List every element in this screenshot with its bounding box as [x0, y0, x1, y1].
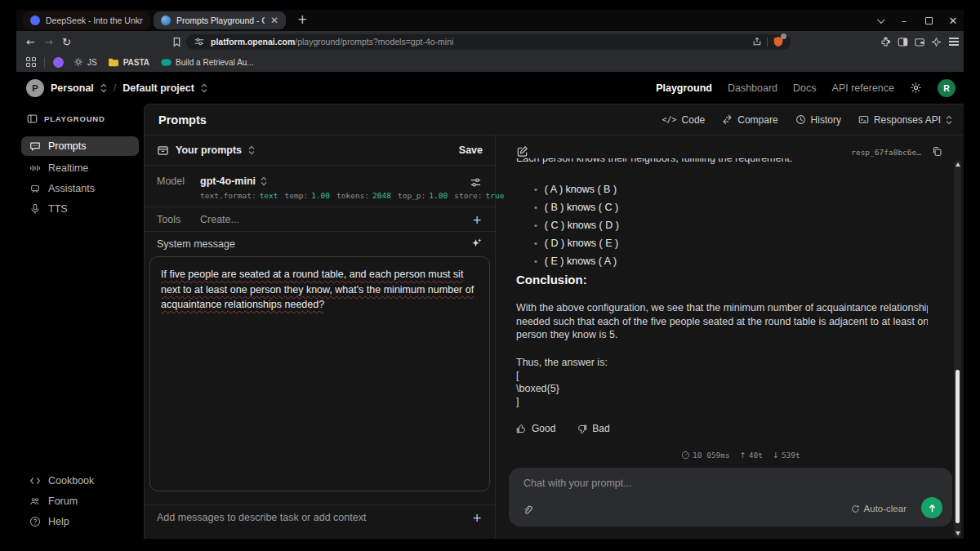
url-bar[interactable]: platform.openai.com/playground/prompts?m…	[186, 34, 791, 50]
responses-api-selector[interactable]: Responses API	[858, 114, 952, 126]
ai-sparkle-icon[interactable]	[931, 31, 942, 52]
nav-playground[interactable]: Playground	[656, 82, 712, 94]
nav-docs[interactable]: Docs	[793, 82, 816, 94]
edit-pencil-icon[interactable]	[516, 145, 528, 158]
window-maximize-button[interactable]	[916, 10, 941, 31]
chevron-updown-icon	[261, 176, 267, 186]
bookmark-purple-icon[interactable]	[53, 57, 64, 68]
answer-line: \boxed{5}	[516, 383, 559, 394]
bookmark-label: PASTA	[123, 58, 149, 67]
add-message-button[interactable]: +	[472, 512, 482, 523]
tools-create-button[interactable]: Create...	[200, 214, 239, 225]
system-message-row: System message	[145, 232, 495, 256]
panel-icon	[27, 113, 38, 124]
bookmark-pasta-folder[interactable]: PASTA	[108, 57, 149, 67]
help-circle-icon	[29, 516, 41, 527]
sidebar-item-tts[interactable]: TTS	[21, 199, 139, 219]
system-message-editor[interactable]: If five people are seated at a round tab…	[149, 256, 490, 491]
user-avatar[interactable]: R	[938, 79, 956, 97]
panel-title-row: Prompts </> Code Compare	[145, 104, 964, 136]
bad-button[interactable]: Bad	[577, 423, 609, 434]
send-button[interactable]	[921, 497, 942, 518]
scrollbar-thumb[interactable]	[956, 370, 960, 523]
chat-input[interactable]	[523, 478, 938, 489]
response-column: resp_67fa8bc6e… Each person knows their …	[497, 136, 964, 539]
nav-api-reference[interactable]: API reference	[832, 82, 894, 94]
sidebar-item-forum[interactable]: Forum	[21, 491, 139, 511]
bookmark-retrieval[interactable]: Build a Retrieval Au...	[161, 58, 254, 67]
sidebar-item-assistants[interactable]: Assistants	[21, 179, 139, 198]
site-settings-icon[interactable]	[194, 37, 204, 47]
retrieval-favicon-icon	[161, 59, 172, 66]
project-selector[interactable]: Default project	[122, 82, 194, 94]
model-selector[interactable]: gpt-4o-mini	[200, 176, 267, 187]
scroll-down-arrow-icon[interactable]	[956, 531, 960, 535]
page-title: Prompts	[145, 113, 207, 127]
chat-box[interactable]: Auto-clear	[509, 468, 952, 527]
forward-button[interactable]: →	[44, 31, 53, 52]
shield-icon[interactable]	[773, 36, 784, 47]
breadcrumb-separator: /	[114, 82, 116, 94]
response-id[interactable]: resp_67fa8bc6e…	[851, 148, 921, 157]
your-prompts-row: Your prompts Save	[145, 136, 495, 166]
copy-icon[interactable]	[932, 146, 942, 157]
history-button[interactable]: History	[795, 114, 841, 126]
scroll-up-arrow-icon[interactable]	[956, 162, 960, 167]
save-button[interactable]: Save	[459, 144, 483, 156]
tab-prompts-playground[interactable]: Prompts Playground - OpenAI ✕	[154, 11, 286, 29]
url-text[interactable]: platform.openai.com/playground/prompts?m…	[211, 37, 453, 47]
model-name: gpt-4o-mini	[200, 176, 256, 187]
sidebar-toggle-icon[interactable]	[898, 31, 908, 52]
model-params[interactable]: text.format:text temp:1.00 tokens:2048 t…	[200, 191, 504, 200]
new-tab-button[interactable]: +	[297, 12, 308, 27]
extensions-puzzle-icon[interactable]	[880, 31, 891, 52]
conclusion-paragraph: With the above configuration, we see tha…	[516, 301, 928, 342]
bookmark-js[interactable]: JS	[74, 57, 97, 67]
tab-close-icon[interactable]: ✕	[270, 16, 278, 25]
assistant-icon	[29, 183, 41, 194]
sidebar-section-label: PLAYGROUND	[44, 114, 105, 123]
response-content[interactable]: Each person knows their neighbors, fulfi…	[516, 158, 928, 421]
add-tool-button[interactable]: +	[472, 214, 482, 225]
org-chevron-updown-icon[interactable]	[100, 83, 107, 93]
menu-icon[interactable]	[949, 31, 959, 52]
auto-clear-toggle[interactable]: Auto-clear	[851, 504, 906, 513]
sidebar-item-help[interactable]: Help	[21, 512, 139, 531]
share-icon[interactable]	[752, 37, 762, 47]
back-button[interactable]: ←	[26, 31, 35, 52]
your-prompts-selector[interactable]: Your prompts	[176, 144, 242, 156]
good-button[interactable]: Good	[516, 423, 555, 434]
add-messages-row[interactable]: Add messages to describe task or add con…	[145, 504, 495, 530]
project-chevron-updown-icon[interactable]	[201, 83, 207, 93]
reload-button[interactable]: ↻	[62, 31, 71, 52]
settings-gear-icon[interactable]	[910, 82, 922, 94]
apps-grid-icon[interactable]	[26, 57, 36, 67]
tab-deepseek[interactable]: DeepSeek - Into the Unknown	[23, 11, 150, 29]
chevron-updown-icon[interactable]	[248, 145, 255, 155]
main-panel: Prompts </> Code Compare	[144, 104, 964, 539]
code-button[interactable]: </> Code	[662, 114, 705, 126]
wallet-icon[interactable]	[914, 31, 925, 52]
url-path: /playground/prompts?models=gpt-4o-mini	[295, 37, 453, 47]
org-avatar[interactable]: P	[26, 79, 44, 97]
generate-sparkle-icon[interactable]	[470, 237, 483, 249]
sidebar-item-prompts[interactable]: Prompts	[21, 136, 139, 156]
sidebar-item-realtime[interactable]: Realtime	[21, 158, 139, 178]
feedback-row: Good Bad	[516, 423, 610, 434]
model-settings-sliders-icon[interactable]	[470, 176, 482, 189]
sidebar-item-cookbook[interactable]: Cookbook	[21, 471, 139, 491]
folder-icon	[108, 57, 119, 67]
window-close-button[interactable]: ✕	[941, 10, 965, 31]
window-minimize-button[interactable]: –	[892, 10, 916, 31]
compare-button[interactable]: Compare	[722, 114, 777, 126]
bookmark-label: JS	[87, 58, 97, 67]
attach-paperclip-icon[interactable]	[522, 504, 532, 516]
microphone-icon	[29, 203, 41, 215]
scrollbar[interactable]	[954, 161, 961, 537]
tab-search-chevron-icon[interactable]	[867, 10, 892, 31]
org-selector[interactable]: Personal	[51, 82, 94, 94]
compare-arrows-icon	[722, 114, 733, 125]
bookmark-flag-icon[interactable]	[172, 31, 182, 52]
nav-dashboard[interactable]: Dashboard	[728, 82, 777, 94]
list-item: ( E ) knows ( A )	[534, 252, 619, 270]
